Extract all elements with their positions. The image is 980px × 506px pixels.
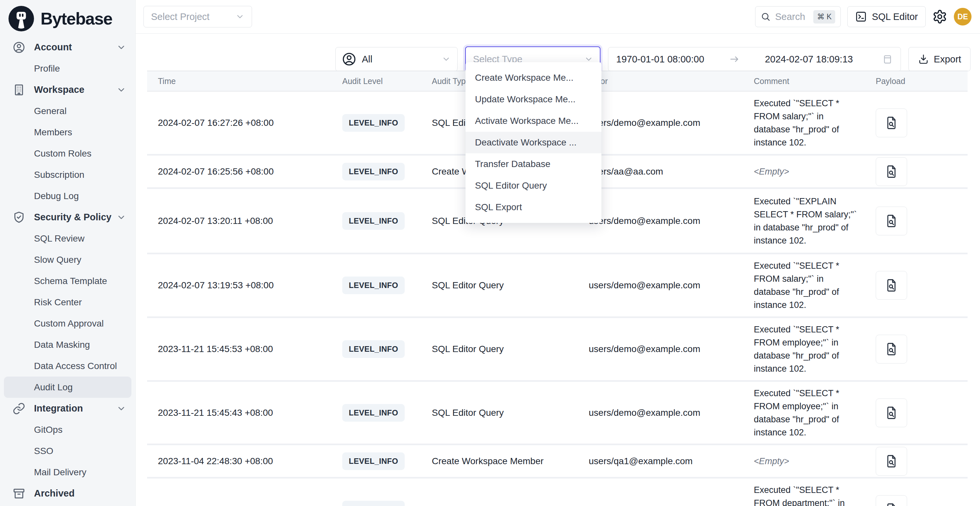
topbar: Select Project Search ⌘ K SQL Editor DE	[136, 0, 980, 33]
file-search-icon	[884, 454, 899, 468]
sidebar-item-debug-log[interactable]: Debug Log	[4, 185, 131, 207]
sidebar-item-audit-log[interactable]: Audit Log	[4, 377, 131, 398]
dropdown-option-create-workspace-member[interactable]: Create Workspace Me...	[466, 67, 601, 89]
export-button[interactable]: Export	[908, 47, 970, 71]
sidebar-nav: Account Profile Workspace General Member…	[0, 35, 135, 504]
search-placeholder: Search	[775, 11, 805, 22]
file-search-icon	[884, 214, 899, 228]
sql-editor-button[interactable]: SQL Editor	[847, 6, 926, 27]
chevron-down-icon	[116, 85, 126, 95]
cell-audit-level: LEVEL_INFO	[331, 277, 421, 294]
cell-audit-level: LEVEL_INFO	[331, 114, 421, 132]
sidebar-item-gitops[interactable]: GitOps	[4, 419, 131, 440]
sidebar-item-sql-review[interactable]: SQL Review	[4, 228, 131, 249]
sidebar-item-custom-roles[interactable]: Custom Roles	[4, 143, 131, 164]
payload-view-button[interactable]	[876, 495, 907, 506]
cell-actor: users/qa1@example.com	[578, 456, 743, 466]
sidebar-item-custom-approval[interactable]: Custom Approval	[4, 313, 131, 334]
date-range-end[interactable]: 2024-02-07 18:09:13	[765, 54, 853, 65]
dropdown-option-update-workspace-member[interactable]: Update Workspace Me...	[466, 89, 601, 110]
dropdown-option-sql-editor-query[interactable]: SQL Editor Query	[466, 175, 601, 196]
project-select[interactable]: Select Project	[143, 6, 252, 27]
sidebar-item-label: SSO	[34, 446, 53, 456]
date-range-start[interactable]: 1970-01-01 08:00:00	[616, 54, 704, 65]
column-header-payload: Payload	[865, 76, 967, 86]
sidebar-item-sso[interactable]: SSO	[4, 440, 131, 461]
sidebar-item-mail-delivery[interactable]: Mail Delivery	[4, 461, 131, 483]
payload-view-button[interactable]	[876, 271, 907, 300]
sidebar-item-label: Schema Template	[34, 276, 107, 286]
file-search-icon	[884, 164, 899, 179]
sidebar-item-slow-query[interactable]: Slow Query	[4, 249, 131, 271]
payload-view-button[interactable]	[876, 157, 907, 186]
cell-comment: Executed `"SELECT * FROM department;"` i…	[743, 484, 865, 506]
date-range-picker[interactable]: 1970-01-01 08:00:00 2024-02-07 18:09:13	[608, 47, 901, 71]
sidebar-item-security-policy[interactable]: Security & Policy	[4, 207, 131, 228]
sidebar-item-risk-center[interactable]: Risk Center	[4, 291, 131, 313]
cell-payload	[865, 108, 967, 137]
sidebar-item-label: SQL Review	[34, 233, 85, 244]
cell-actor: users/aa@aa.com	[578, 166, 743, 177]
cell-audit-level: LEVEL_INFO	[331, 212, 421, 230]
dropdown-option-transfer-database[interactable]: Transfer Database	[466, 153, 601, 175]
sidebar-item-data-access-control[interactable]: Data Access Control	[4, 355, 131, 377]
main-content: All Select Type 1970-01-01 08:00:00 2024…	[136, 34, 980, 506]
search-input[interactable]: Search ⌘ K	[755, 6, 841, 27]
project-select-placeholder: Select Project	[151, 11, 210, 22]
sidebar-item-general[interactable]: General	[4, 100, 131, 122]
column-header-time: Time	[147, 76, 331, 86]
building-icon	[13, 83, 25, 96]
sidebar-item-label: Audit Log	[34, 382, 73, 393]
comment-text: Executed `"EXPLAIN SELECT * FROM salary;…	[754, 195, 862, 247]
payload-view-button[interactable]	[876, 108, 907, 137]
payload-view-button[interactable]	[876, 207, 907, 235]
sidebar-item-label: Members	[34, 127, 72, 138]
actor-filter-select[interactable]: All	[336, 47, 458, 71]
export-label: Export	[934, 54, 961, 65]
sidebar-item-integration[interactable]: Integration	[4, 398, 131, 419]
level-badge: LEVEL_INFO	[342, 163, 405, 180]
shield-check-icon	[13, 211, 25, 224]
sidebar-item-label: Mail Delivery	[34, 467, 86, 477]
level-badge: LEVEL_INFO	[342, 277, 405, 294]
table-row: 2023-11-04 21:26:24 +08:00 LEVEL_INFO SQ…	[147, 479, 967, 506]
topbar-right: Search ⌘ K SQL Editor DE	[755, 6, 972, 27]
comment-text: <Empty>	[754, 455, 789, 468]
sidebar-item-members[interactable]: Members	[4, 122, 131, 143]
chevron-down-icon	[116, 212, 126, 222]
sidebar-item-account[interactable]: Account	[4, 37, 131, 58]
dropdown-option-activate-workspace-member[interactable]: Activate Workspace Me...	[466, 110, 601, 132]
sidebar-item-label: Slow Query	[34, 255, 81, 265]
level-badge: LEVEL_INFO	[342, 212, 405, 230]
sidebar-item-label: Custom Approval	[34, 318, 103, 329]
cell-comment: Executed `"SELECT * FROM employee;"` in …	[743, 387, 865, 439]
sidebar-item-data-masking[interactable]: Data Masking	[4, 334, 131, 355]
cell-comment: Executed `"SELECT * FROM salary;"` in da…	[743, 259, 865, 312]
gear-icon[interactable]	[932, 9, 947, 24]
cell-audit-level: LEVEL_INFO	[331, 340, 421, 358]
level-badge: LEVEL_INFO	[342, 340, 405, 358]
cell-audit-level: LEVEL_INFO	[331, 501, 421, 506]
comment-text: Executed `"SELECT * FROM department;"` i…	[754, 484, 862, 506]
sidebar-item-subscription[interactable]: Subscription	[4, 164, 131, 185]
comment-text: Executed `"SELECT * FROM employee;"` in …	[754, 323, 862, 375]
cell-comment: Executed `"SELECT * FROM salary;"` in da…	[743, 97, 865, 149]
sidebar-item-workspace[interactable]: Workspace	[4, 79, 131, 100]
cell-audit-type: SQL Editor Query	[421, 280, 578, 291]
search-shortcut-kbd: ⌘ K	[813, 10, 835, 24]
sidebar-item-archived[interactable]: Archived	[4, 483, 131, 504]
payload-view-button[interactable]	[876, 398, 907, 427]
level-badge: LEVEL_INFO	[342, 404, 405, 422]
brand-logo[interactable]: Bytebase	[0, 0, 135, 35]
sidebar-item-schema-template[interactable]: Schema Template	[4, 271, 131, 291]
cell-time: 2024-02-07 16:27:26 +08:00	[147, 118, 331, 128]
brand-name: Bytebase	[41, 9, 112, 29]
cell-time: 2024-02-07 13:20:11 +08:00	[147, 216, 331, 226]
avatar[interactable]: DE	[954, 8, 972, 25]
cell-audit-level: LEVEL_INFO	[331, 404, 421, 422]
sidebar-item-profile[interactable]: Profile	[4, 58, 131, 79]
payload-view-button[interactable]	[876, 447, 907, 476]
payload-view-button[interactable]	[876, 335, 907, 363]
dropdown-option-sql-export[interactable]: SQL Export	[466, 196, 601, 218]
dropdown-option-deactivate-workspace-member[interactable]: Deactivate Workspace ...	[466, 132, 601, 153]
